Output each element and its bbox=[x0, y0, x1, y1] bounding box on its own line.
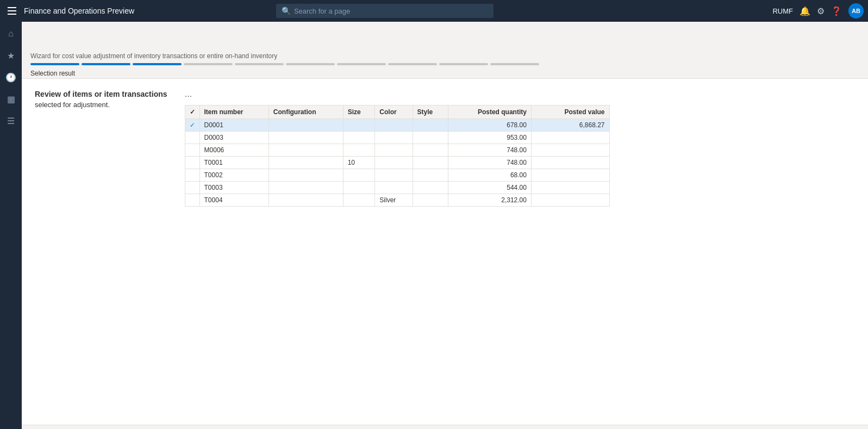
sidebar-item-workspaces[interactable]: ▦ bbox=[1, 89, 21, 109]
row-check bbox=[185, 157, 200, 169]
cell-style bbox=[413, 132, 448, 144]
cell-posted-quantity: 953.00 bbox=[448, 132, 531, 144]
cell-configuration bbox=[268, 182, 343, 194]
settings-icon[interactable]: ⚙ bbox=[817, 6, 825, 16]
table-row[interactable]: ✓D0001678.006,868.27 bbox=[185, 119, 609, 132]
cell-size bbox=[343, 194, 375, 207]
app-title: Finance and Operations Preview bbox=[24, 7, 134, 15]
cell-color bbox=[375, 119, 413, 132]
main-area: Wizard for cost value adjustment of inve… bbox=[22, 43, 868, 429]
wizard-step-3 bbox=[133, 63, 182, 65]
col-check: ✓ bbox=[185, 105, 200, 119]
col-style: Style bbox=[413, 105, 448, 119]
hamburger-menu[interactable] bbox=[4, 3, 20, 18]
favorites-icon: ★ bbox=[7, 51, 15, 61]
col-size: Size bbox=[343, 105, 375, 119]
home-icon: ⌂ bbox=[8, 29, 14, 39]
wizard-step-4 bbox=[184, 63, 233, 65]
search-bar[interactable]: 🔍 bbox=[276, 4, 494, 18]
cell-configuration bbox=[268, 132, 343, 144]
cell-color bbox=[375, 144, 413, 157]
table-header: ✓ Item number Configuration Size Color S… bbox=[185, 105, 609, 119]
cell-size bbox=[343, 144, 375, 157]
cell-size bbox=[343, 132, 375, 144]
username-label: RUMF bbox=[772, 7, 793, 15]
cell-item-number: T0003 bbox=[199, 182, 268, 194]
notifications-icon[interactable]: 🔔 bbox=[800, 6, 810, 16]
search-input[interactable] bbox=[294, 7, 488, 15]
table-row[interactable]: T000110748.00 bbox=[185, 157, 609, 169]
cell-posted-quantity: 678.00 bbox=[448, 119, 531, 132]
cell-color bbox=[375, 132, 413, 144]
table-row[interactable]: D0003953.00 bbox=[185, 132, 609, 144]
table-row[interactable]: M0006748.00 bbox=[185, 144, 609, 157]
check-icon: ✓ bbox=[190, 121, 195, 129]
row-check: ✓ bbox=[185, 119, 200, 132]
col-posted-value: Posted value bbox=[531, 105, 609, 119]
sidebar: ⌂ ★ 🕐 ▦ ☰ bbox=[0, 22, 22, 429]
cell-style bbox=[413, 157, 448, 169]
cell-color bbox=[375, 157, 413, 169]
sidebar-item-recent[interactable]: 🕐 bbox=[1, 67, 21, 87]
cell-posted-value bbox=[531, 132, 609, 144]
avatar[interactable]: AB bbox=[848, 3, 864, 18]
cell-posted-quantity: 748.00 bbox=[448, 144, 531, 157]
section-heading-line1: Review of items or item transactions bbox=[35, 90, 167, 98]
cell-item-number: M0006 bbox=[199, 144, 268, 157]
col-posted-quantity: Posted quantity bbox=[448, 105, 531, 119]
cell-item-number: D0001 bbox=[199, 119, 268, 132]
top-bar-right: RUMF 🔔 ⚙ ❓ AB bbox=[772, 3, 864, 18]
cell-configuration bbox=[268, 119, 343, 132]
row-check bbox=[185, 194, 200, 207]
wizard-step-7 bbox=[337, 63, 386, 65]
table-row[interactable]: T0004Silver2,312.00 bbox=[185, 194, 609, 207]
cell-configuration bbox=[268, 169, 343, 182]
col-color: Color bbox=[375, 105, 413, 119]
cell-configuration bbox=[268, 194, 343, 207]
section-heading-line2: selected for adjustment. bbox=[35, 101, 167, 109]
cell-style bbox=[413, 182, 448, 194]
cell-posted-value bbox=[531, 144, 609, 157]
cell-size bbox=[343, 169, 375, 182]
cell-style bbox=[413, 144, 448, 157]
wizard-step-label: Selection result bbox=[30, 67, 859, 78]
row-check bbox=[185, 182, 200, 194]
wizard-step-6 bbox=[286, 63, 335, 65]
wizard-header: Wizard for cost value adjustment of inve… bbox=[22, 43, 868, 79]
ellipsis-text: … bbox=[185, 90, 610, 98]
cell-color bbox=[375, 182, 413, 194]
cell-configuration bbox=[268, 157, 343, 169]
cell-posted-value bbox=[531, 169, 609, 182]
cell-posted-quantity: 68.00 bbox=[448, 169, 531, 182]
table-row[interactable]: T0003544.00 bbox=[185, 182, 609, 194]
sidebar-item-favorites[interactable]: ★ bbox=[1, 46, 21, 65]
table-row[interactable]: T000268.00 bbox=[185, 169, 609, 182]
cell-item-number: T0002 bbox=[199, 169, 268, 182]
row-check bbox=[185, 132, 200, 144]
data-table-container: ✓ Item number Configuration Size Color S… bbox=[185, 105, 610, 207]
top-bar: Finance and Operations Preview 🔍 RUMF 🔔 … bbox=[0, 0, 868, 22]
help-icon[interactable]: ❓ bbox=[831, 6, 842, 16]
wizard-step-8 bbox=[388, 63, 437, 65]
cell-size: 10 bbox=[343, 157, 375, 169]
cell-color bbox=[375, 169, 413, 182]
wizard-step-5 bbox=[235, 63, 284, 65]
sidebar-item-modules[interactable]: ☰ bbox=[1, 111, 21, 130]
modules-icon: ☰ bbox=[7, 116, 15, 126]
sidebar-item-home[interactable]: ⌂ bbox=[1, 24, 21, 43]
cell-posted-value: 6,868.27 bbox=[531, 119, 609, 132]
cell-item-number: D0003 bbox=[199, 132, 268, 144]
search-icon: 🔍 bbox=[282, 7, 291, 15]
table-body: ✓D0001678.006,868.27D0003953.00M0006748.… bbox=[185, 119, 609, 207]
wizard-step-2 bbox=[82, 63, 130, 65]
cell-size bbox=[343, 182, 375, 194]
cell-style bbox=[413, 194, 448, 207]
cell-style bbox=[413, 119, 448, 132]
recent-icon: 🕐 bbox=[5, 72, 16, 83]
col-configuration: Configuration bbox=[268, 105, 343, 119]
cell-style bbox=[413, 169, 448, 182]
cell-item-number: T0004 bbox=[199, 194, 268, 207]
cell-posted-quantity: 748.00 bbox=[448, 157, 531, 169]
cell-item-number: T0001 bbox=[199, 157, 268, 169]
cell-posted-value bbox=[531, 182, 609, 194]
